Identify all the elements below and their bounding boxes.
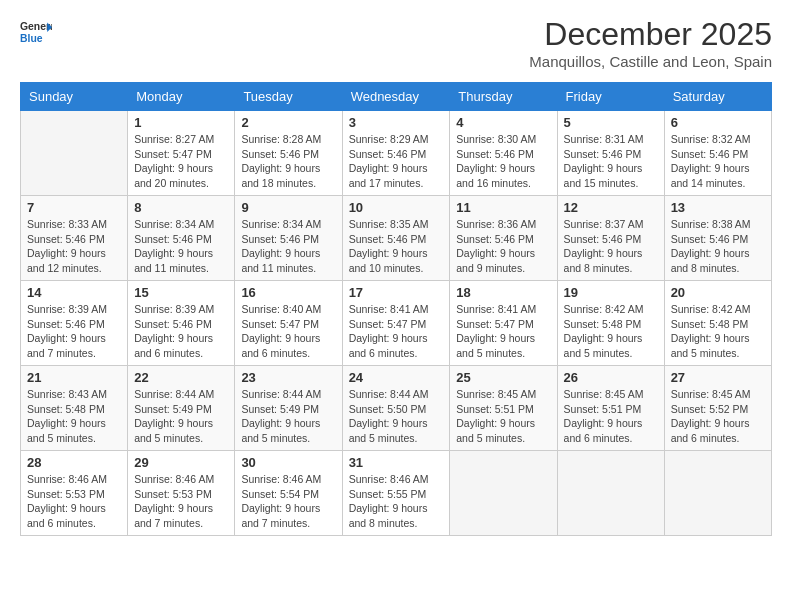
day-number: 18: [456, 285, 550, 300]
calendar-cell: 10Sunrise: 8:35 AMSunset: 5:46 PMDayligh…: [342, 196, 450, 281]
day-info: Sunrise: 8:37 AMSunset: 5:46 PMDaylight:…: [564, 217, 658, 276]
sunset-text: Sunset: 5:53 PM: [134, 487, 228, 502]
sunrise-text: Sunrise: 8:30 AM: [456, 132, 550, 147]
day-number: 3: [349, 115, 444, 130]
daylight-text: Daylight: 9 hours and 10 minutes.: [349, 246, 444, 275]
calendar-cell: 18Sunrise: 8:41 AMSunset: 5:47 PMDayligh…: [450, 281, 557, 366]
sunset-text: Sunset: 5:46 PM: [671, 232, 765, 247]
day-info: Sunrise: 8:41 AMSunset: 5:47 PMDaylight:…: [456, 302, 550, 361]
col-wednesday: Wednesday: [342, 83, 450, 111]
sunset-text: Sunset: 5:47 PM: [349, 317, 444, 332]
calendar-cell: 29Sunrise: 8:46 AMSunset: 5:53 PMDayligh…: [128, 451, 235, 536]
sunset-text: Sunset: 5:49 PM: [134, 402, 228, 417]
daylight-text: Daylight: 9 hours and 6 minutes.: [349, 331, 444, 360]
day-number: 24: [349, 370, 444, 385]
sunrise-text: Sunrise: 8:34 AM: [241, 217, 335, 232]
sunset-text: Sunset: 5:55 PM: [349, 487, 444, 502]
sunset-text: Sunset: 5:48 PM: [564, 317, 658, 332]
calendar-cell: 4Sunrise: 8:30 AMSunset: 5:46 PMDaylight…: [450, 111, 557, 196]
sunrise-text: Sunrise: 8:29 AM: [349, 132, 444, 147]
daylight-text: Daylight: 9 hours and 5 minutes.: [564, 331, 658, 360]
calendar-cell: [557, 451, 664, 536]
sunrise-text: Sunrise: 8:46 AM: [241, 472, 335, 487]
calendar-table: Sunday Monday Tuesday Wednesday Thursday…: [20, 82, 772, 536]
daylight-text: Daylight: 9 hours and 6 minutes.: [241, 331, 335, 360]
sunrise-text: Sunrise: 8:38 AM: [671, 217, 765, 232]
day-info: Sunrise: 8:31 AMSunset: 5:46 PMDaylight:…: [564, 132, 658, 191]
day-info: Sunrise: 8:40 AMSunset: 5:47 PMDaylight:…: [241, 302, 335, 361]
sunrise-text: Sunrise: 8:33 AM: [27, 217, 121, 232]
daylight-text: Daylight: 9 hours and 9 minutes.: [456, 246, 550, 275]
daylight-text: Daylight: 9 hours and 6 minutes.: [134, 331, 228, 360]
day-number: 14: [27, 285, 121, 300]
daylight-text: Daylight: 9 hours and 5 minutes.: [456, 331, 550, 360]
calendar-cell: 11Sunrise: 8:36 AMSunset: 5:46 PMDayligh…: [450, 196, 557, 281]
sunrise-text: Sunrise: 8:45 AM: [456, 387, 550, 402]
title-area: December 2025 Manquillos, Castille and L…: [529, 16, 772, 70]
calendar-cell: 9Sunrise: 8:34 AMSunset: 5:46 PMDaylight…: [235, 196, 342, 281]
header: General Blue December 2025 Manquillos, C…: [20, 16, 772, 70]
calendar-week-0: 1Sunrise: 8:27 AMSunset: 5:47 PMDaylight…: [21, 111, 772, 196]
calendar-cell: 30Sunrise: 8:46 AMSunset: 5:54 PMDayligh…: [235, 451, 342, 536]
sunrise-text: Sunrise: 8:45 AM: [671, 387, 765, 402]
col-tuesday: Tuesday: [235, 83, 342, 111]
day-info: Sunrise: 8:46 AMSunset: 5:55 PMDaylight:…: [349, 472, 444, 531]
day-number: 13: [671, 200, 765, 215]
day-number: 1: [134, 115, 228, 130]
sunrise-text: Sunrise: 8:31 AM: [564, 132, 658, 147]
day-info: Sunrise: 8:45 AMSunset: 5:51 PMDaylight:…: [456, 387, 550, 446]
sunset-text: Sunset: 5:46 PM: [27, 232, 121, 247]
sunset-text: Sunset: 5:48 PM: [27, 402, 121, 417]
day-info: Sunrise: 8:27 AMSunset: 5:47 PMDaylight:…: [134, 132, 228, 191]
sunset-text: Sunset: 5:46 PM: [671, 147, 765, 162]
day-number: 15: [134, 285, 228, 300]
daylight-text: Daylight: 9 hours and 5 minutes.: [349, 416, 444, 445]
calendar-cell: 19Sunrise: 8:42 AMSunset: 5:48 PMDayligh…: [557, 281, 664, 366]
day-info: Sunrise: 8:44 AMSunset: 5:49 PMDaylight:…: [241, 387, 335, 446]
svg-text:Blue: Blue: [20, 33, 43, 44]
sunset-text: Sunset: 5:51 PM: [564, 402, 658, 417]
daylight-text: Daylight: 9 hours and 16 minutes.: [456, 161, 550, 190]
sunset-text: Sunset: 5:52 PM: [671, 402, 765, 417]
calendar-week-2: 14Sunrise: 8:39 AMSunset: 5:46 PMDayligh…: [21, 281, 772, 366]
sunrise-text: Sunrise: 8:36 AM: [456, 217, 550, 232]
day-number: 7: [27, 200, 121, 215]
daylight-text: Daylight: 9 hours and 15 minutes.: [564, 161, 658, 190]
day-number: 26: [564, 370, 658, 385]
location-subtitle: Manquillos, Castille and Leon, Spain: [529, 53, 772, 70]
sunset-text: Sunset: 5:54 PM: [241, 487, 335, 502]
calendar-cell: [664, 451, 771, 536]
daylight-text: Daylight: 9 hours and 12 minutes.: [27, 246, 121, 275]
day-number: 16: [241, 285, 335, 300]
day-number: 21: [27, 370, 121, 385]
sunset-text: Sunset: 5:48 PM: [671, 317, 765, 332]
calendar-cell: 12Sunrise: 8:37 AMSunset: 5:46 PMDayligh…: [557, 196, 664, 281]
sunset-text: Sunset: 5:46 PM: [349, 147, 444, 162]
sunset-text: Sunset: 5:46 PM: [241, 147, 335, 162]
sunset-text: Sunset: 5:46 PM: [349, 232, 444, 247]
sunrise-text: Sunrise: 8:42 AM: [564, 302, 658, 317]
day-number: 20: [671, 285, 765, 300]
calendar-cell: 25Sunrise: 8:45 AMSunset: 5:51 PMDayligh…: [450, 366, 557, 451]
sunrise-text: Sunrise: 8:41 AM: [456, 302, 550, 317]
day-number: 11: [456, 200, 550, 215]
sunrise-text: Sunrise: 8:40 AM: [241, 302, 335, 317]
day-info: Sunrise: 8:39 AMSunset: 5:46 PMDaylight:…: [27, 302, 121, 361]
sunset-text: Sunset: 5:46 PM: [564, 232, 658, 247]
day-info: Sunrise: 8:28 AMSunset: 5:46 PMDaylight:…: [241, 132, 335, 191]
calendar-cell: 6Sunrise: 8:32 AMSunset: 5:46 PMDaylight…: [664, 111, 771, 196]
day-number: 8: [134, 200, 228, 215]
daylight-text: Daylight: 9 hours and 17 minutes.: [349, 161, 444, 190]
daylight-text: Daylight: 9 hours and 14 minutes.: [671, 161, 765, 190]
day-info: Sunrise: 8:46 AMSunset: 5:54 PMDaylight:…: [241, 472, 335, 531]
day-number: 5: [564, 115, 658, 130]
day-number: 6: [671, 115, 765, 130]
day-info: Sunrise: 8:44 AMSunset: 5:50 PMDaylight:…: [349, 387, 444, 446]
daylight-text: Daylight: 9 hours and 5 minutes.: [134, 416, 228, 445]
col-saturday: Saturday: [664, 83, 771, 111]
day-number: 10: [349, 200, 444, 215]
sunrise-text: Sunrise: 8:27 AM: [134, 132, 228, 147]
calendar-cell: 1Sunrise: 8:27 AMSunset: 5:47 PMDaylight…: [128, 111, 235, 196]
day-info: Sunrise: 8:42 AMSunset: 5:48 PMDaylight:…: [564, 302, 658, 361]
header-row: Sunday Monday Tuesday Wednesday Thursday…: [21, 83, 772, 111]
